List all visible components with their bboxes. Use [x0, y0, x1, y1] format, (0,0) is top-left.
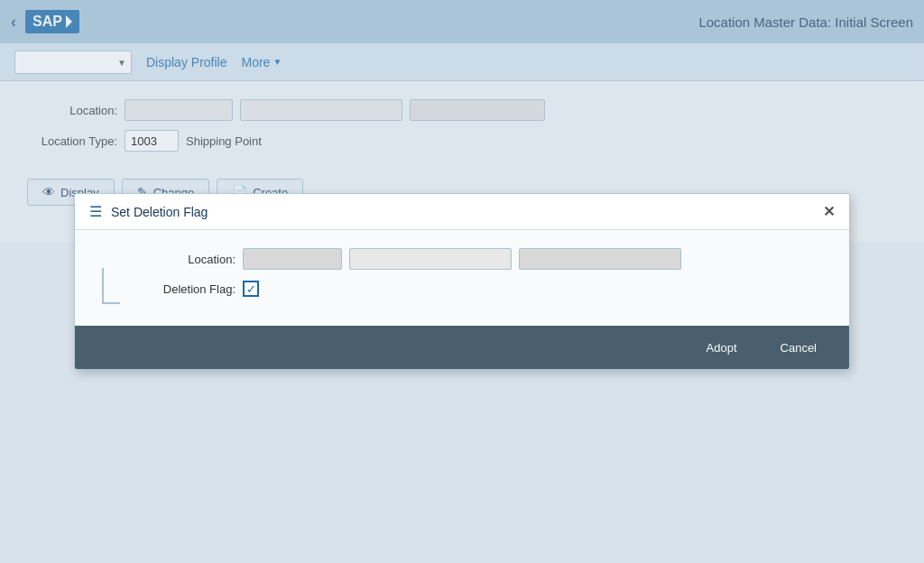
modal-location-label: Location: — [136, 253, 236, 266]
modal-overlay: ☰ Set Deletion Flag ✕ Location: — [0, 0, 924, 563]
modal-header-left: ☰ Set Deletion Flag — [89, 203, 208, 220]
modal-deletion-flag-label: Deletion Flag: — [136, 282, 236, 296]
modal-header: ☰ Set Deletion Flag ✕ — [75, 194, 849, 230]
modal-location-row: Location: — [136, 248, 822, 270]
deletion-flag-modal: ☰ Set Deletion Flag ✕ Location: — [74, 193, 850, 370]
modal-corner-decoration — [102, 268, 120, 304]
checkbox-check-icon: ✓ — [246, 282, 256, 296]
modal-menu-icon[interactable]: ☰ — [89, 203, 102, 220]
cancel-button[interactable]: Cancel — [762, 335, 835, 360]
modal-deletion-flag-row: Deletion Flag: ✓ — [136, 281, 822, 297]
modal-location-input-2[interactable] — [349, 248, 512, 270]
modal-location-input-1[interactable] — [243, 248, 342, 270]
deletion-flag-checkbox[interactable]: ✓ — [243, 281, 259, 297]
modal-close-button[interactable]: ✕ — [823, 203, 835, 220]
adopt-button[interactable]: Adopt — [688, 335, 755, 360]
modal-body: Location: Deletion Flag: ✓ — [75, 230, 849, 326]
modal-title: Set Deletion Flag — [111, 205, 208, 219]
modal-footer: Adopt Cancel — [75, 326, 849, 369]
modal-location-input-3[interactable] — [519, 248, 681, 270]
